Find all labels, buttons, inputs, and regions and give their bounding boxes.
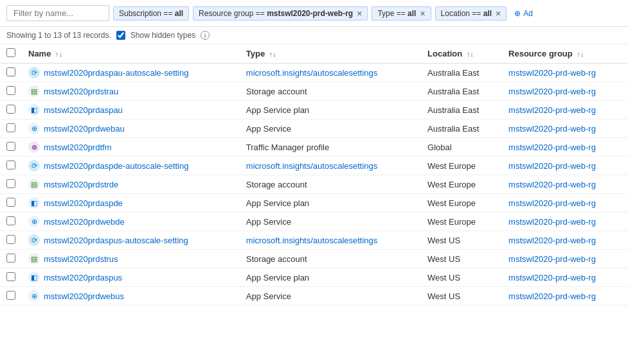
show-hidden-checkbox[interactable] bbox=[116, 31, 125, 40]
resource-type: Storage account bbox=[240, 82, 421, 101]
resource-type: Storage account bbox=[240, 250, 421, 268]
resource-name-link[interactable]: mstswl2020prdaspus bbox=[44, 273, 122, 282]
row-checkbox[interactable] bbox=[6, 142, 15, 151]
resource-location: West Europe bbox=[421, 194, 502, 212]
resource-name-link[interactable]: mstswl2020prdaspde-autoscale-setting bbox=[44, 161, 188, 171]
resource-type: App Service plan bbox=[240, 268, 421, 287]
table-row: ◧ mstswl2020prdaspus App Service planWes… bbox=[0, 268, 628, 287]
subscription-filter-tag: Subscription == all bbox=[113, 6, 189, 21]
resource-type-link[interactable]: microsoft.insights/autoscalesettings bbox=[246, 161, 377, 171]
resource-type-link[interactable]: microsoft.insights/autoscalesettings bbox=[246, 236, 377, 245]
add-filter-label: Ad bbox=[523, 9, 533, 18]
resource-name-cell: ◧ mstswl2020prdaspus bbox=[28, 272, 233, 283]
row-checkbox[interactable] bbox=[6, 123, 15, 132]
resource-group-link[interactable]: mstswl2020-prd-web-rg bbox=[508, 291, 596, 301]
resource-name-link[interactable]: mstswl2020prdaspus-autoscale-setting bbox=[44, 236, 188, 245]
location-filter-tag: Location == all × bbox=[435, 6, 507, 21]
row-checkbox[interactable] bbox=[6, 67, 15, 76]
resource-group-link[interactable]: mstswl2020-prd-web-rg bbox=[508, 198, 596, 208]
select-all-checkbox[interactable] bbox=[6, 48, 15, 57]
col-type: Type ↑↓ bbox=[240, 44, 421, 64]
top-bar: Subscription == all Resource group == ms… bbox=[0, 0, 628, 27]
col-name-label: Name bbox=[28, 49, 51, 58]
row-checkbox[interactable] bbox=[6, 179, 15, 188]
info-bar: Showing 1 to 13 of 13 records. Show hidd… bbox=[0, 27, 628, 44]
resource-group-link[interactable]: mstswl2020-prd-web-rg bbox=[508, 68, 596, 78]
row-checkbox[interactable] bbox=[6, 254, 15, 263]
resource-name-link[interactable]: mstswl2020prdwebau bbox=[44, 124, 125, 134]
resource-group-link[interactable]: mstswl2020-prd-web-rg bbox=[508, 236, 596, 245]
resource-group-link[interactable]: mstswl2020-prd-web-rg bbox=[508, 87, 596, 96]
resource-name-link[interactable]: mstswl2020prdaspde bbox=[44, 198, 123, 208]
resource-name-link[interactable]: mstswl2020prdstrus bbox=[44, 254, 118, 264]
resource-group-link[interactable]: mstswl2020-prd-web-rg bbox=[508, 161, 596, 171]
autoscale-icon: ⟳ bbox=[28, 67, 40, 78]
resource-type: App Service bbox=[240, 119, 421, 138]
row-checkbox[interactable] bbox=[6, 160, 15, 169]
resource-group-filter-close[interactable]: × bbox=[357, 9, 362, 18]
resource-type: App Service plan bbox=[240, 101, 421, 119]
filter-input[interactable] bbox=[6, 5, 109, 21]
table-row: ⊕ mstswl2020prdwebus App ServiceWest USm… bbox=[0, 287, 628, 306]
type-sort-icon[interactable]: ↑↓ bbox=[269, 50, 276, 58]
table-row: ⟳ mstswl2020prdaspus-autoscale-setting m… bbox=[0, 231, 628, 250]
row-checkbox[interactable] bbox=[6, 291, 15, 300]
resource-name-link[interactable]: mstswl2020prdaspau bbox=[44, 105, 123, 115]
appservice-icon: ⊕ bbox=[28, 123, 40, 134]
resource-name-link[interactable]: mstswl2020prdstrde bbox=[44, 180, 118, 189]
resource-name-cell: ⟳ mstswl2020prdaspau-autoscale-setting bbox=[28, 67, 233, 78]
resource-group-link[interactable]: mstswl2020-prd-web-rg bbox=[508, 180, 596, 189]
row-checkbox[interactable] bbox=[6, 272, 15, 281]
resource-group-link[interactable]: mstswl2020-prd-web-rg bbox=[508, 124, 596, 134]
location-filter-close[interactable]: × bbox=[496, 9, 501, 18]
table-row: ⟳ mstswl2020prdaspde-autoscale-setting m… bbox=[0, 157, 628, 175]
resource-name-link[interactable]: mstswl2020prdwebus bbox=[44, 291, 124, 301]
appplan-icon: ◧ bbox=[28, 272, 40, 283]
row-checkbox[interactable] bbox=[6, 235, 15, 244]
subscription-filter-label: Subscription == all bbox=[119, 9, 183, 18]
resource-name-link[interactable]: mstswl2020prdstrau bbox=[44, 87, 118, 96]
resource-group-link[interactable]: mstswl2020-prd-web-rg bbox=[508, 254, 596, 264]
col-name: Name ↑↓ bbox=[22, 44, 240, 64]
table-header-row: Name ↑↓ Type ↑↓ Location ↑↓ Resource gro… bbox=[0, 44, 628, 64]
table-row: ▤ mstswl2020prdstrau Storage accountAust… bbox=[0, 82, 628, 101]
resource-location: West US bbox=[421, 287, 502, 306]
resource-location: West US bbox=[421, 231, 502, 250]
records-summary: Showing 1 to 13 of 13 records. bbox=[6, 31, 111, 40]
resource-type-link[interactable]: microsoft.insights/autoscalesettings bbox=[246, 68, 377, 78]
row-checkbox[interactable] bbox=[6, 105, 15, 114]
col-type-label: Type bbox=[246, 49, 265, 58]
row-checkbox[interactable] bbox=[6, 198, 15, 207]
resource-group-link[interactable]: mstswl2020-prd-web-rg bbox=[508, 143, 596, 152]
row-checkbox[interactable] bbox=[6, 86, 15, 95]
row-checkbox[interactable] bbox=[6, 216, 15, 225]
resource-location: West US bbox=[421, 268, 502, 287]
resource-group-filter-label: Resource group == mstswl2020-prd-web-rg bbox=[199, 9, 353, 18]
table-row: ▤ mstswl2020prdstrus Storage accountWest… bbox=[0, 250, 628, 268]
resource-location: West Europe bbox=[421, 157, 502, 175]
resource-name-link[interactable]: mstswl2020prdaspau-autoscale-setting bbox=[44, 68, 188, 78]
resource-name-cell: ▤ mstswl2020prdstrau bbox=[28, 85, 233, 97]
resource-location: Australia East bbox=[421, 119, 502, 138]
table-row: ◧ mstswl2020prdaspau App Service planAus… bbox=[0, 101, 628, 119]
resource-name-link[interactable]: mstswl2020prdtfm bbox=[44, 143, 111, 152]
resource-group-link[interactable]: mstswl2020-prd-web-rg bbox=[508, 105, 596, 115]
resource-type: microsoft.insights/autoscalesettings bbox=[240, 64, 421, 82]
add-filter-button[interactable]: ⊕ Ad bbox=[510, 7, 537, 20]
appplan-icon: ◧ bbox=[28, 197, 40, 209]
resource-name-cell: ⊕ mstswl2020prdwebau bbox=[28, 123, 233, 134]
resource-group-sort-icon[interactable]: ↑↓ bbox=[577, 50, 584, 58]
resource-name-link[interactable]: mstswl2020prdwebde bbox=[44, 217, 125, 227]
location-filter-value: all bbox=[483, 9, 492, 18]
resource-name-cell: ⟳ mstswl2020prdaspus-autoscale-setting bbox=[28, 234, 233, 246]
autoscale-icon: ⟳ bbox=[28, 234, 40, 246]
info-icon: i bbox=[201, 31, 210, 40]
resource-group-link[interactable]: mstswl2020-prd-web-rg bbox=[508, 273, 596, 282]
resource-type: microsoft.insights/autoscalesettings bbox=[240, 231, 421, 250]
name-sort-icon[interactable]: ↑↓ bbox=[55, 50, 62, 58]
location-sort-icon[interactable]: ↑↓ bbox=[467, 50, 474, 58]
resource-location: West Europe bbox=[421, 212, 502, 231]
resource-group-link[interactable]: mstswl2020-prd-web-rg bbox=[508, 217, 596, 227]
type-filter-close[interactable]: × bbox=[420, 9, 425, 18]
resource-location: West US bbox=[421, 250, 502, 268]
